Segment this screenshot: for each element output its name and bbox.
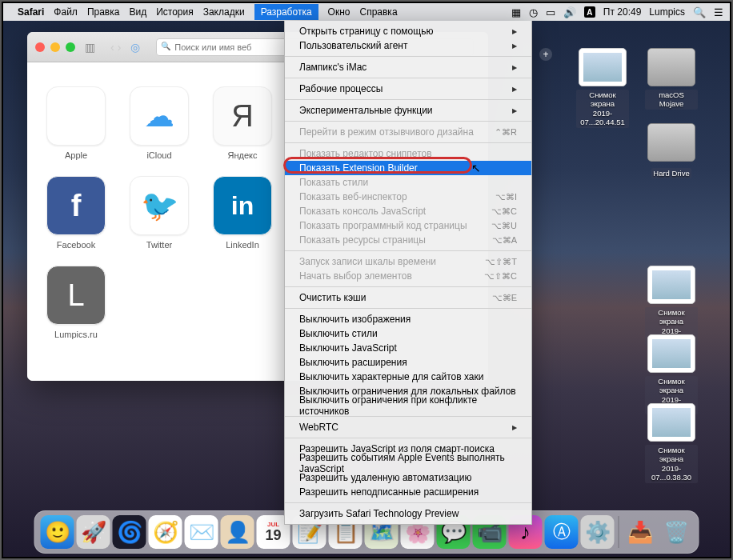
fav-apple[interactable]: Apple — [43, 86, 109, 160]
menu-show-styles: Показать стили — [285, 175, 531, 190]
shield-icon[interactable]: ◎ — [127, 41, 143, 54]
menu-disable-site-hacks[interactable]: Выключить характерные для сайтов хаки — [285, 370, 531, 384]
forward-icon[interactable]: › — [118, 41, 122, 54]
fav-facebook[interactable]: fFacebook — [43, 176, 109, 250]
menu-disable-images[interactable]: Выключить изображения — [285, 312, 531, 326]
dock-downloads[interactable]: 📥 — [623, 515, 657, 549]
menu-empty-caches[interactable]: Очистить кэши⌥⌘E — [285, 290, 531, 305]
fav-yandex[interactable]: ЯЯндекс — [210, 86, 275, 160]
volume-icon[interactable]: 🔊 — [563, 6, 576, 18]
dock-preferences[interactable]: ⚙️ — [581, 515, 615, 549]
fav-lumpics[interactable]: LLumpics.ru — [43, 266, 109, 339]
spotlight-icon[interactable]: 🔍 — [693, 6, 706, 18]
dock-launchpad[interactable]: 🚀 — [77, 515, 110, 549]
clock[interactable]: Пт 20:49 — [603, 6, 641, 18]
menu-allow-apple-events-js[interactable]: Разрешить событиям Apple Events выполнят… — [285, 456, 531, 470]
menu-history[interactable]: История — [156, 6, 194, 18]
dock-trash[interactable]: 🗑️ — [659, 515, 693, 549]
dock-separator — [619, 516, 619, 548]
menu-develop[interactable]: Разработка — [254, 4, 318, 20]
dock-finder[interactable]: 🙂 — [41, 515, 74, 549]
menu-window[interactable]: Окно — [328, 6, 350, 18]
dock-mail[interactable]: ✉️ — [185, 515, 218, 549]
menu-web-inspector: Показать веб-инспектор⌥⌘I — [285, 190, 531, 204]
back-icon[interactable]: ‹ — [110, 41, 114, 54]
menu-snippet-editor: Показать редактор сниппетов — [285, 146, 531, 161]
menu-service-workers[interactable]: Рабочие процессы — [285, 82, 531, 96]
menu-timeline-record: Запуск записи шкалы времени⌥⇧⌘T — [285, 254, 531, 269]
menu-device[interactable]: Лампикс's iMac — [285, 60, 531, 74]
traffic-lights[interactable] — [35, 42, 75, 52]
menu-show-extension-builder[interactable]: Показать Extension Builder — [285, 161, 531, 175]
desktop-item[interactable]: macOS Mojave — [645, 48, 698, 110]
menu-webrtc[interactable]: WebRTC — [285, 420, 531, 434]
menu-allow-unsigned-extensions[interactable]: Разрешить неподписанные расширения — [285, 485, 531, 499]
app-name[interactable]: Safari — [18, 6, 44, 18]
menu-disable-js[interactable]: Выключить JavaScript — [285, 341, 531, 355]
menu-js-console: Показать консоль JavaScript⌥⌘C — [285, 204, 531, 218]
input-source-icon[interactable]: А — [584, 6, 595, 18]
menu-help[interactable]: Справка — [359, 6, 397, 18]
menu-page-resources: Показать ресурсы страницы⌥⌘A — [285, 233, 531, 247]
fav-twitter[interactable]: 🐦Twitter — [126, 176, 192, 250]
dock-contacts[interactable]: 👤 — [221, 515, 254, 549]
dock-appstore[interactable]: Ⓐ — [545, 515, 579, 549]
menu-page-source: Показать программный код страницы⌥⌘U — [285, 218, 531, 233]
desktop-item[interactable]: Hard Drive — [645, 123, 698, 179]
dock-safari[interactable]: 🧭 — [149, 515, 182, 549]
menu-download-stp[interactable]: Загрузить Safari Technology Preview — [285, 506, 531, 521]
cursor-icon: ↖ — [471, 162, 481, 174]
desktop-item[interactable]: Снимок экрана2019-07...0.38.30 — [645, 403, 698, 483]
sidebar-toggle-icon[interactable]: ▥ — [82, 41, 98, 54]
menu-bookmarks[interactable]: Закладки — [203, 6, 245, 18]
menu-edit[interactable]: Правка — [87, 6, 120, 18]
desktop-item[interactable]: Снимок экрана2019-07...20.44.51 — [576, 48, 629, 128]
disk-icon[interactable]: ▦ — [511, 6, 521, 18]
menu-user-agent[interactable]: Пользовательский агент — [285, 38, 531, 53]
menu-open-page-with[interactable]: Открыть страницу с помощью — [285, 24, 531, 38]
develop-dropdown-menu: Открыть страницу с помощью Пользовательс… — [284, 21, 532, 525]
menubar: Safari Файл Правка Вид История Закладки … — [3, 3, 730, 21]
menu-disable-cross-origin[interactable]: Выключить ограничения при конфликте исто… — [285, 398, 531, 413]
fav-linkedin[interactable]: inLinkedIn — [210, 176, 275, 250]
menu-disable-extensions[interactable]: Выключить расширения — [285, 355, 531, 370]
timemachine-icon[interactable]: ◷ — [529, 6, 538, 18]
sidebar-icon[interactable]: ☰ — [714, 6, 723, 18]
menu-element-select: Начать выбор элементов⌥⇧⌘C — [285, 269, 531, 283]
stack-add-icon[interactable]: + — [539, 48, 552, 61]
menu-experimental[interactable]: Экспериментальные функции — [285, 103, 531, 118]
menu-view[interactable]: Вид — [129, 6, 146, 18]
menu-file[interactable]: Файл — [54, 6, 78, 18]
display-icon[interactable]: ▭ — [546, 6, 555, 18]
desktop-wallpaper: Safari Файл Правка Вид История Закладки … — [3, 3, 730, 557]
fav-icloud[interactable]: ☁iCloud — [126, 86, 192, 160]
menu-responsive-design: Перейти в режим отзывчивого дизайна⌃⌘R — [285, 125, 531, 139]
menu-disable-styles[interactable]: Выключить стили — [285, 326, 531, 341]
dock-siri[interactable]: 🌀 — [113, 515, 146, 549]
user-name[interactable]: Lumpics — [649, 6, 685, 18]
